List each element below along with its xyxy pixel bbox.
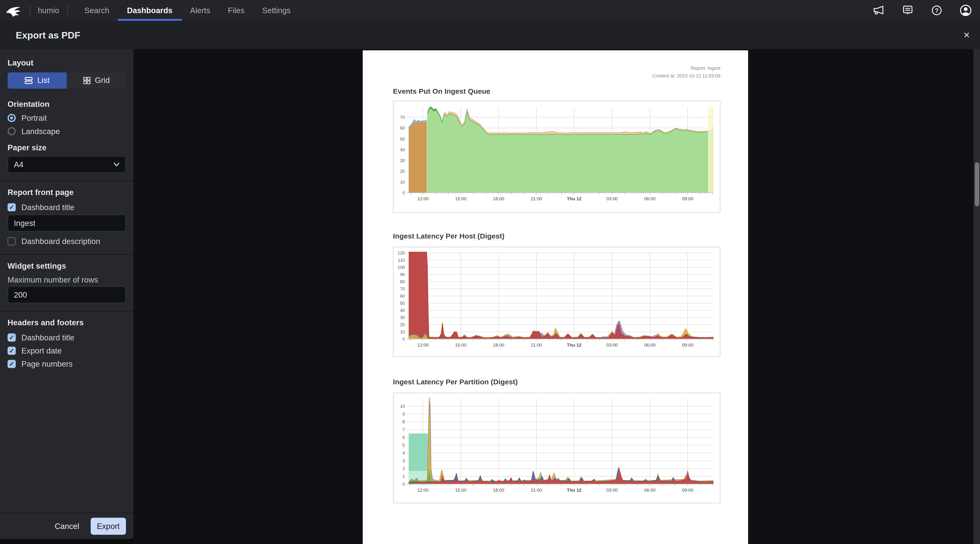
export-dialog-header: Export as PDF × [0,21,980,49]
nav-item-files[interactable]: Files [227,0,246,21]
svg-text:10: 10 [400,404,405,409]
chart-frame: 01020304050607012:0015:0018:0021:00Thu 1… [393,101,721,213]
max-rows-label: Maximum number of rows [8,276,126,284]
svg-text:06:00: 06:00 [644,196,655,201]
svg-text:15:00: 15:00 [455,488,466,493]
chart-frame: 010203040506070809010011012012:0015:0018… [393,247,721,357]
dialog-footer: Cancel Export [0,513,134,539]
svg-text:8: 8 [402,419,405,424]
svg-text:0: 0 [402,336,405,341]
account-avatar-icon[interactable] [960,4,972,16]
svg-text:03:00: 03:00 [606,488,617,493]
export-button[interactable]: Export [91,518,126,534]
svg-text:5: 5 [402,442,405,448]
dashboard-title-label: Dashboard title [21,203,74,212]
area-chart-ingest-latency-per-partition: 01234567891012:0015:0018:0021:00Thu 1203… [394,393,721,503]
svg-text:09:00: 09:00 [682,343,693,347]
landscape-label: Landscape [21,127,60,135]
preview-scrollbar-track[interactable] [974,49,980,544]
falcon-logo-icon[interactable] [5,3,21,17]
paper-size-select[interactable]: A4 [8,156,126,173]
dashboard-title-checkbox-row[interactable]: ✓ Dashboard title [8,203,126,212]
widget-settings-section-label: Widget settings [8,262,126,271]
nav-item-settings[interactable]: Settings [261,0,292,21]
svg-text:0: 0 [402,482,405,487]
feedback-icon[interactable] [902,4,914,16]
svg-text:20: 20 [400,169,405,174]
list-layout-icon [25,77,33,84]
headers-footers-section-label: Headers and footers [8,318,126,327]
svg-text:10: 10 [400,329,405,335]
nav-item-dashboards[interactable]: Dashboards [126,0,174,21]
help-icon[interactable]: ? [931,4,943,16]
svg-text:120: 120 [398,251,405,255]
svg-text:06:00: 06:00 [644,488,655,493]
paper-size-value: A4 [14,160,24,169]
layout-toggle: List Grid [8,73,126,89]
svg-text:110: 110 [398,258,405,263]
hf-export-date-checkbox[interactable]: ✓ [8,347,16,355]
hf-dashboard-title-row[interactable]: ✓ Dashboard title [8,333,126,342]
svg-text:Thu 12: Thu 12 [567,196,581,201]
dashboard-title-input[interactable] [8,215,126,232]
section-divider [0,254,134,255]
portrait-radio[interactable] [8,114,16,122]
svg-text:40: 40 [400,147,405,152]
hf-page-numbers-row[interactable]: ✓ Page numbers [8,359,126,369]
nav-item-alerts[interactable]: Alerts [189,0,212,21]
svg-text:90: 90 [400,272,405,277]
svg-text:21:00: 21:00 [531,488,542,493]
nav-item-search[interactable]: Search [83,0,111,21]
list-option-label: List [37,76,49,85]
max-rows-input[interactable] [8,286,126,303]
svg-text:70: 70 [400,115,405,120]
pdf-report-header: Report: Ingest Created at: 2023-10-12 11… [363,51,748,79]
svg-text:12:00: 12:00 [417,196,428,201]
created-at-label: Created at: 2023-10-12 11:03:09 [393,72,721,79]
close-icon[interactable]: × [964,21,970,49]
announcements-icon[interactable] [873,4,885,16]
hf-dashboard-title-checkbox[interactable]: ✓ [8,333,16,341]
svg-text:12:00: 12:00 [417,488,428,493]
landscape-radio[interactable] [8,127,16,135]
chart-widget: Ingest Latency Per Partition (Digest) 01… [393,377,721,503]
svg-text:6: 6 [402,435,405,440]
svg-text:Thu 12: Thu 12 [567,343,581,347]
svg-text:03:00: 03:00 [606,343,617,347]
svg-text:06:00: 06:00 [644,343,655,347]
svg-text:Thu 12: Thu 12 [567,488,581,493]
dashboard-description-checkbox-row[interactable]: ✓ Dashboard description [8,236,126,246]
orientation-landscape-radio-row[interactable]: Landscape [8,127,126,136]
layout-option-grid[interactable]: Grid [67,73,126,89]
svg-text:09:00: 09:00 [682,488,693,493]
svg-text:50: 50 [400,301,405,306]
svg-text:15:00: 15:00 [455,196,466,201]
cancel-button[interactable]: Cancel [55,522,79,531]
export-settings-sidebar: Layout List Grid [0,49,134,539]
section-divider [0,181,134,181]
chart-widget: Events Put On Ingest Queue 0102030405060… [393,87,721,213]
svg-text:21:00: 21:00 [531,196,542,201]
chart-frame: 01234567891012:0015:0018:0021:00Thu 1203… [393,392,721,503]
orientation-portrait-radio-row[interactable]: Portrait [8,113,126,123]
orientation-section-label: Orientation [8,100,126,109]
layout-section-label: Layout [8,59,126,67]
svg-text:21:00: 21:00 [531,343,542,347]
dashboard-title-checkbox[interactable]: ✓ [8,203,16,211]
layout-option-list[interactable]: List [8,73,67,89]
svg-text:0: 0 [402,190,405,195]
grid-layout-icon [83,77,91,84]
dialog-title: Export as PDF [16,21,80,49]
chart-title: Events Put On Ingest Queue [393,87,721,95]
nav-divider [30,5,30,15]
preview-scrollbar-thumb[interactable] [975,162,979,206]
hf-page-numbers-checkbox[interactable]: ✓ [8,360,16,368]
dashboard-description-checkbox[interactable]: ✓ [8,237,16,245]
svg-text:12:00: 12:00 [417,343,428,347]
svg-text:10: 10 [400,179,405,184]
svg-text:18:00: 18:00 [493,343,504,347]
svg-text:30: 30 [400,158,405,163]
hf-export-date-row[interactable]: ✓ Export date [8,346,126,355]
hf-export-date-label: Export date [21,346,62,355]
chart-widget: Ingest Latency Per Host (Digest) 0102030… [393,232,721,357]
